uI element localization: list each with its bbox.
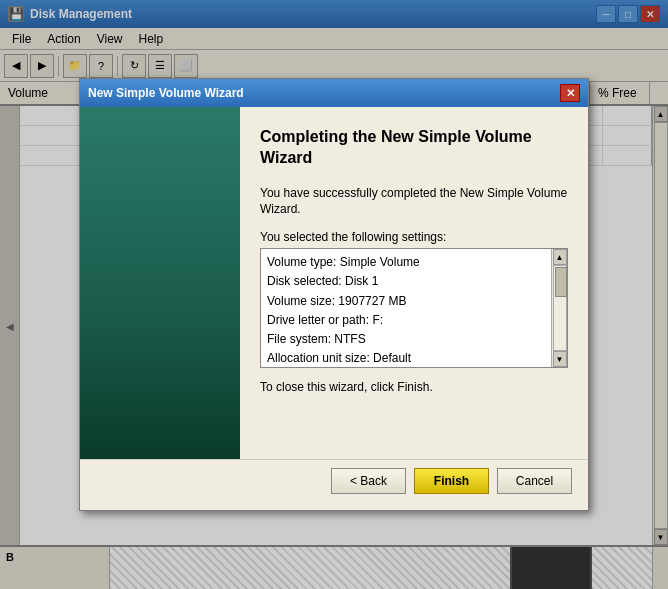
dialog-close-button[interactable]: ✕ xyxy=(560,84,580,102)
dialog-intro-text: You have successfully completed the New … xyxy=(260,185,568,219)
setting-row: Disk selected: Disk 1 xyxy=(267,272,551,291)
setting-row: Volume type: Simple Volume xyxy=(267,253,551,272)
setting-row: Allocation unit size: Default xyxy=(267,349,551,367)
dialog-finish-text: To close this wizard, click Finish. xyxy=(260,380,568,394)
scroll-track[interactable] xyxy=(553,265,567,351)
dialog-footer: < Back Finish Cancel xyxy=(80,459,588,510)
settings-content: Volume type: Simple Volume Disk selected… xyxy=(261,249,567,367)
setting-row: Drive letter or path: F: xyxy=(267,311,551,330)
dialog-content: Completing the New Simple Volume Wizard … xyxy=(240,107,588,459)
back-button[interactable]: < Back xyxy=(331,468,406,494)
scroll-down-arrow[interactable]: ▼ xyxy=(553,351,567,367)
dialog-title-bar: New Simple Volume Wizard ✕ xyxy=(80,79,588,107)
dialog-body: Completing the New Simple Volume Wizard … xyxy=(80,107,588,459)
dialog-overlay: New Simple Volume Wizard ✕ Completing th… xyxy=(0,0,668,589)
finish-button[interactable]: Finish xyxy=(414,468,489,494)
scroll-up-arrow[interactable]: ▲ xyxy=(553,249,567,265)
settings-scrollbar[interactable]: ▲ ▼ xyxy=(551,249,567,367)
dialog-heading: Completing the New Simple Volume Wizard xyxy=(260,127,568,169)
wizard-dialog: New Simple Volume Wizard ✕ Completing th… xyxy=(79,78,589,511)
settings-box: Volume type: Simple Volume Disk selected… xyxy=(260,248,568,368)
scroll-thumb[interactable] xyxy=(555,267,567,297)
setting-row: Volume size: 1907727 MB xyxy=(267,292,551,311)
setting-row: File system: NTFS xyxy=(267,330,551,349)
dialog-settings-label: You selected the following settings: xyxy=(260,230,568,244)
dialog-left-panel xyxy=(80,107,240,459)
cancel-button[interactable]: Cancel xyxy=(497,468,572,494)
dialog-title: New Simple Volume Wizard xyxy=(88,86,560,100)
